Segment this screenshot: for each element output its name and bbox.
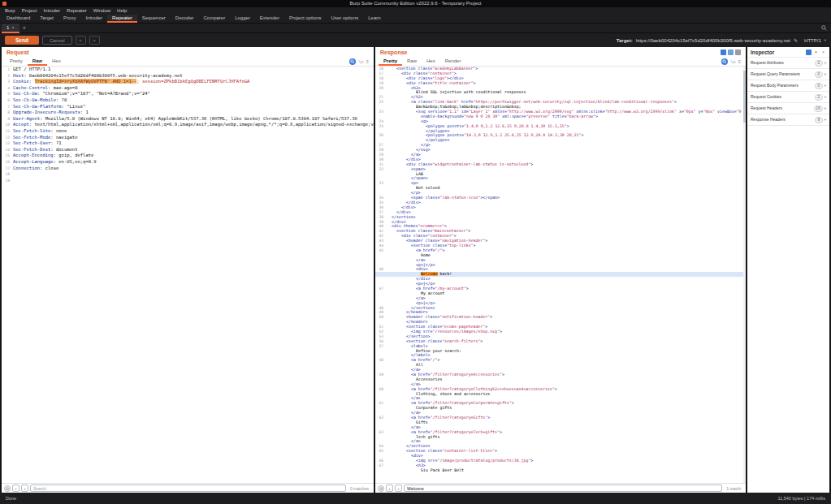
line-number: 15 <box>2 153 13 159</box>
request-line[interactable]: 1GET / HTTP/1.1 <box>2 67 374 73</box>
inspector-close-icon[interactable]: × <box>820 50 826 55</box>
main-tab[interactable]: Decoder <box>171 15 199 23</box>
show-newlines-icon[interactable]: \n <box>358 59 363 64</box>
inspector-section[interactable]: Request Cookies2▾ <box>747 92 829 103</box>
main-tab[interactable]: User options <box>327 15 364 23</box>
request-line[interactable]: 10Accept: text/html,application/xhtml+xm… <box>2 122 374 128</box>
editor-search-icon[interactable] <box>349 58 356 65</box>
search-settings-icon[interactable]: ⚙ <box>4 485 11 492</box>
line-text: Sec-Ch-Ua-Mobile: ?0 <box>13 97 67 104</box>
request-line[interactable]: 2Host: 0aeb004204c15ef7c5d20df400b300f5.… <box>2 73 374 80</box>
editor-icon-group: \n ≡ <box>349 57 370 66</box>
request-line[interactable]: 7Sec-Ch-Ua-Platform: "Linux" <box>2 104 374 110</box>
response-editor[interactable]: 16<section class="academyLabBanner">17<d… <box>375 67 746 483</box>
menu-item[interactable]: Window <box>90 7 114 15</box>
main-tab[interactable]: Logger <box>230 15 255 23</box>
request-line[interactable]: 17Connection: close <box>2 166 374 172</box>
inspector-section[interactable]: Response Headers9▾ <box>747 114 829 126</box>
show-newlines-icon[interactable]: \n <box>730 59 735 64</box>
layout-rows-icon[interactable] <box>728 50 734 55</box>
line-number: 17 <box>2 166 13 172</box>
request-line[interactable]: 15Accept-Encoding: gzip, deflate <box>2 153 374 159</box>
request-line[interactable]: 6Sec-Ch-Ua-Mobile: ?0 <box>2 97 374 104</box>
inspector-dock-icon[interactable] <box>806 50 812 55</box>
line-text: Accept-Encoding: gzip, deflate <box>13 153 93 159</box>
main-tab[interactable]: Dashboard <box>2 15 35 23</box>
request-line[interactable]: 18 <box>2 171 374 178</box>
main-tab[interactable]: Repeater <box>107 15 137 23</box>
search-settings-icon[interactable]: ⚙ <box>378 485 384 492</box>
request-line[interactable]: 5Sec-Ch-Ua: "Chromium";v="107", "Not=A?B… <box>2 91 374 97</box>
inspector-collapse-icon[interactable]: ▾ <box>813 50 819 55</box>
response-search-input[interactable] <box>404 485 722 492</box>
http-version-selector[interactable]: HTTP/1 <box>804 38 821 43</box>
inspector-section[interactable]: Request Body Parameters0▾ <box>747 80 829 92</box>
editor-tab[interactable]: Pretty <box>5 57 28 66</box>
inspector-section[interactable]: Request Attributes2▾ <box>747 58 829 69</box>
inspector-section[interactable]: Request Headers16▾ <box>747 103 829 114</box>
repeater-message-tab[interactable]: 1 × <box>2 24 19 33</box>
search-icon[interactable] <box>821 25 831 31</box>
layout-tabs-icon[interactable] <box>735 50 741 55</box>
editor-tab[interactable]: Hex <box>422 57 440 66</box>
menu-item[interactable]: Intruder <box>40 7 63 15</box>
request-panel-header: Request <box>2 47 374 57</box>
main-tab[interactable]: Comparer <box>198 15 230 23</box>
request-line[interactable]: 12Sec-Fetch-Mode: navigate <box>2 135 374 141</box>
vertical-scrollbar[interactable] <box>743 67 746 483</box>
editor-menu-icon[interactable]: ≡ <box>366 59 369 64</box>
editor-tab[interactable]: Render <box>440 57 466 66</box>
request-line[interactable]: 9User-Agent: Mozilla/5.0 (Windows NT 10.… <box>2 116 374 123</box>
chevron-down-icon: ▾ <box>825 118 826 122</box>
menu-item[interactable]: Burp <box>2 7 19 15</box>
menu-item[interactable]: Project <box>19 7 41 15</box>
cancel-button[interactable]: Cancel <box>42 36 72 45</box>
next-match-button[interactable]: › <box>21 485 28 492</box>
main-tab[interactable]: Intruder <box>80 15 107 23</box>
response-panel-title: Response <box>380 50 407 55</box>
previous-match-button[interactable]: ‹ <box>12 485 19 492</box>
request-line[interactable]: 19 <box>2 178 374 184</box>
main-tab[interactable]: Project options <box>284 15 327 23</box>
main-tab[interactable]: Extender <box>255 15 284 23</box>
request-search-input[interactable] <box>30 485 346 492</box>
request-line[interactable]: 3Cookie: TrackingId=xryXbXAfWyUVPTFN' AN… <box>2 79 374 85</box>
history-forward-button[interactable]: > <box>89 36 100 45</box>
editor-tab[interactable]: Raw <box>402 57 422 66</box>
request-editor[interactable]: 1GET / HTTP/1.12Host: 0aeb004204c15ef7c5… <box>2 67 374 483</box>
burp-app-icon <box>2 2 6 6</box>
request-line[interactable]: 4Cache-Control: max-age=0 <box>2 85 374 92</box>
response-line[interactable]: Six Pack Beer Belt <box>375 468 746 473</box>
request-line[interactable]: 16Accept-Language: en-US,en;q=0.9 <box>2 159 374 166</box>
inspector-panel: Inspector ▾ × Request Attributes2▾Reques… <box>747 47 829 493</box>
line-number: 8 <box>2 110 13 116</box>
main-tab[interactable]: Learn <box>363 15 385 23</box>
main-tab[interactable]: Target <box>35 15 58 23</box>
editor-tab[interactable]: Pretty <box>379 57 402 66</box>
line-number: 4 <box>2 85 13 92</box>
edit-target-icon[interactable]: ✎ <box>794 37 798 43</box>
send-button[interactable]: Send <box>5 36 39 45</box>
inspector-section[interactable]: Request Query Parameters0▾ <box>747 69 829 80</box>
main-tab[interactable]: Proxy <box>58 15 80 23</box>
request-line[interactable]: 14Sec-Fetch-Dest: document <box>2 147 374 153</box>
editor-search-icon[interactable] <box>721 58 728 65</box>
previous-match-button[interactable]: ‹ <box>386 485 393 492</box>
next-match-button[interactable]: › <box>395 485 402 492</box>
request-line[interactable]: 13Sec-Fetch-User: ?1 <box>2 140 374 147</box>
menu-item[interactable]: Repeater <box>63 7 90 15</box>
editor-menu-icon[interactable]: ≡ <box>738 59 741 64</box>
layout-columns-icon[interactable] <box>721 50 726 55</box>
menu-item[interactable]: Help <box>114 7 130 15</box>
history-back-button[interactable]: < <box>76 36 86 45</box>
close-tab-icon[interactable]: × <box>11 25 15 30</box>
editor-tab[interactable]: Hex <box>47 57 66 66</box>
line-number: 12 <box>2 135 13 141</box>
request-line[interactable]: 11Sec-Fetch-Site: none <box>2 128 374 135</box>
repeater-toolbar: Send Cancel < > Target: https://0aeb0042… <box>0 33 831 47</box>
editor-tab[interactable]: Raw <box>28 57 47 66</box>
add-tab-button[interactable]: + <box>19 24 29 33</box>
scrollbar-thumb[interactable] <box>743 71 746 123</box>
main-tab[interactable]: Sequencer <box>137 15 171 23</box>
request-line[interactable]: 8Upgrade-Insecure-Requests: 1 <box>2 110 374 116</box>
